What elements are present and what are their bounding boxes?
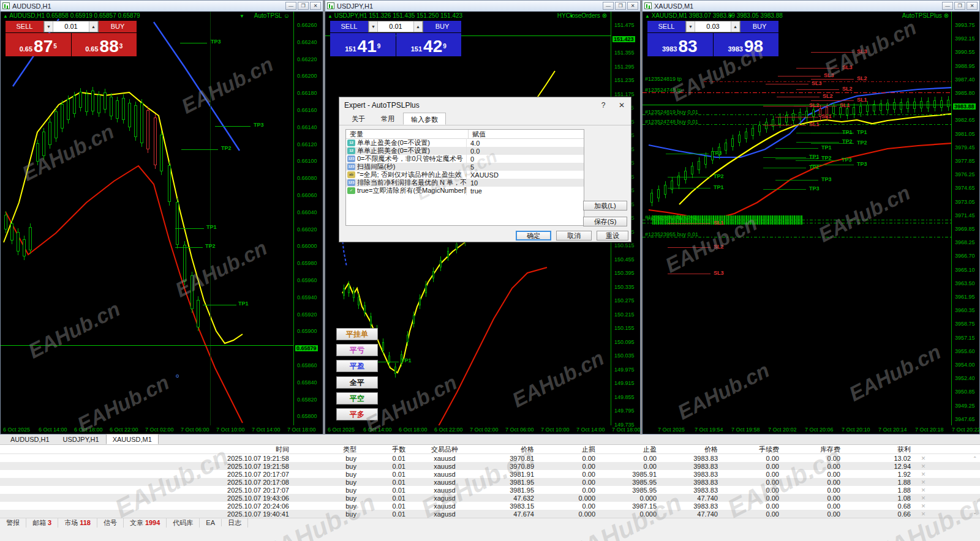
param-row[interactable]: ✓true=立即清除所有(受MagicNumber限制)?..true [346, 187, 584, 195]
time-axis[interactable]: 7 Oct 20257 Oct 19:547 Oct 19:587 Oct 20… [643, 425, 979, 434]
close-icon[interactable]: ✕ [967, 2, 978, 10]
buy-button[interactable]: BUY [741, 21, 778, 32]
column-header[interactable]: 价格 [662, 445, 723, 454]
status-item-EA[interactable]: EA [200, 519, 222, 526]
minimize-icon[interactable]: — [942, 2, 953, 10]
column-header[interactable]: 库存费 [784, 445, 845, 454]
close-icon[interactable]: ✕ [627, 2, 638, 10]
close-order-icon[interactable]: ✕ [916, 503, 931, 509]
status-item-信号[interactable]: 信号 [97, 518, 124, 528]
close-order-icon[interactable]: ✕ [916, 487, 931, 493]
volume-value[interactable]: 0.03 [695, 21, 731, 32]
close-icon[interactable]: ✕ [612, 101, 631, 110]
column-header[interactable]: 手数 [361, 445, 410, 454]
close-orders-button[interactable]: 平空 [336, 392, 378, 405]
column-header[interactable]: 止损 [539, 445, 600, 454]
time-axis[interactable]: 6 Oct 20256 Oct 14:006 Oct 18:006 Oct 22… [1, 425, 323, 434]
table-row[interactable]: 2025.10.07 20:17:08buy0.01xauusd3981.950… [0, 478, 980, 486]
buy-price[interactable]: 151429 [396, 33, 462, 56]
restore-icon[interactable]: ❐ [615, 2, 626, 10]
param-value[interactable]: 10 [467, 179, 478, 187]
save-button[interactable]: 保存(S) [583, 217, 627, 226]
scroll-up-icon[interactable]: ⌃ [973, 456, 977, 461]
dialog-tab-0[interactable]: 关于 [344, 113, 372, 125]
column-header[interactable]: 价格 [484, 445, 539, 454]
status-item-邮箱[interactable]: 邮箱3 [26, 518, 58, 528]
close-order-icon[interactable]: ✕ [916, 471, 931, 477]
param-value[interactable]: true [467, 187, 482, 195]
dialog-tab-1[interactable]: 常用 [374, 113, 402, 125]
column-header[interactable]: 手续费 [723, 445, 784, 454]
close-orders-button[interactable]: 平亏 [336, 344, 378, 356]
time-axis[interactable]: 6 Oct 20256 Oct 14:006 Oct 18:006 Oct 22… [325, 425, 640, 434]
reset-button[interactable]: 重设 [597, 231, 628, 241]
scroll-down-icon[interactable]: ⌄ [973, 510, 977, 515]
table-row[interactable]: 2025.10.07 19:43:06buy0.01xagusd47.6320.… [0, 494, 980, 502]
dialog-titlebar[interactable]: Expert - AutoTPSLPlus ? ✕ [339, 97, 631, 113]
restore-icon[interactable]: ❐ [954, 2, 965, 10]
chart-area[interactable]: ▲ AUDUSD,H1 0.65858 0.65919 0.65857 0.65… [1, 12, 323, 434]
column-header[interactable]: 止盈 [600, 445, 662, 454]
window-titlebar[interactable]: XAUUSD,M1 — ❐ ✕ [643, 1, 979, 12]
close-orders-button[interactable]: 平盈 [336, 360, 378, 372]
price-scale[interactable]: 0.662600.662400.662200.662000.661800.661… [295, 12, 323, 425]
plot-area[interactable]: #123524819 tp#123524748 tp#123524819 buy… [643, 12, 952, 425]
buy-button[interactable]: BUY [423, 21, 461, 32]
buy-button[interactable]: BUY [99, 21, 137, 32]
volume-stepper[interactable]: ▼ 0.01 ▲ [43, 21, 99, 32]
chart-tab-usdjpy-h1[interactable]: USDJPY,H1 [56, 434, 106, 444]
close-orders-button[interactable]: 平多 [336, 408, 378, 420]
param-value[interactable]: 5 [467, 163, 474, 171]
volume-down-icon[interactable]: ▼ [44, 21, 53, 32]
close-order-icon[interactable]: ✕ [916, 463, 931, 469]
param-value[interactable]: 0 [467, 155, 474, 163]
dialog-tab-2[interactable]: 输入参数 [403, 113, 446, 125]
help-icon[interactable]: ? [594, 101, 612, 110]
param-value[interactable]: 4.0 [467, 140, 480, 147]
table-row[interactable]: 2025.10.07 19:21:58buy0.01xauusd3970.810… [0, 454, 980, 462]
window-titlebar[interactable]: AUDUSD,H1 — ❐ ✕ [1, 1, 323, 12]
param-value[interactable]: XAUUSD [467, 171, 499, 179]
chart-area[interactable]: ▲ XAUUSD,M1 3983.07 3983.89 3983.05 3983… [643, 12, 979, 434]
load-button[interactable]: 加载(L) [583, 201, 627, 211]
table-row[interactable]: 2025.10.07 19:40:41buy0.01xagusd47.6740.… [0, 510, 980, 518]
close-orders-button[interactable]: 平挂单 [336, 328, 378, 340]
volume-value[interactable]: 0.01 [53, 21, 89, 32]
status-item-日志[interactable]: 日志 [222, 518, 248, 528]
chart-tab-xauusd-m1[interactable]: XAUUSD,M1 [106, 434, 159, 444]
volume-down-icon[interactable]: ▼ [686, 21, 695, 32]
plot-area[interactable]: TP3TP3TP2TP1TP2TP1▼o [1, 12, 294, 425]
sell-button[interactable]: SELL [6, 21, 43, 32]
volume-value[interactable]: 0.01 [378, 21, 413, 32]
table-row[interactable]: 2025.10.07 20:17:07buy0.01xauusd3981.910… [0, 470, 980, 478]
column-header[interactable]: 交易品种 [410, 445, 484, 454]
volume-up-icon[interactable]: ▲ [413, 21, 423, 32]
sell-price[interactable]: 398383 [647, 33, 713, 56]
status-item-代码库[interactable]: 代码库 [167, 518, 200, 528]
sell-price[interactable]: 0.65875 [6, 33, 71, 56]
sell-button[interactable]: SELL [647, 21, 685, 32]
volume-stepper[interactable]: ▼ 0.01 ▲ [368, 21, 423, 32]
restore-icon[interactable]: ❐ [298, 2, 309, 10]
ok-button[interactable]: 确定 [516, 231, 551, 241]
close-order-icon[interactable]: ✕ [916, 455, 931, 461]
cancel-button[interactable]: 取消 [556, 231, 592, 241]
volume-down-icon[interactable]: ▼ [369, 21, 378, 32]
minimize-icon[interactable]: — [285, 2, 296, 10]
close-orders-button[interactable]: 全平 [336, 376, 378, 389]
column-header[interactable]: 获利 [845, 445, 916, 454]
sell-button[interactable]: SELL [330, 21, 368, 32]
close-icon[interactable]: ✕ [310, 2, 321, 10]
price-scale[interactable]: 3993.753992.153990.553988.953987.403985.… [952, 12, 979, 425]
minimize-icon[interactable]: — [603, 2, 614, 10]
column-header[interactable]: 类型 [294, 445, 361, 454]
buy-price[interactable]: 398398 [714, 33, 779, 56]
volume-up-icon[interactable]: ▲ [89, 21, 98, 32]
table-row[interactable]: 2025.10.07 20:24:06buy0.01xauusd3983.150… [0, 502, 980, 510]
status-item-文章[interactable]: 文章1994 [124, 518, 167, 528]
status-item-警报[interactable]: 警报 [0, 518, 26, 528]
close-order-icon[interactable]: ✕ [916, 479, 931, 485]
volume-up-icon[interactable]: ▲ [731, 21, 740, 32]
close-order-icon[interactable]: ✕ [916, 495, 931, 501]
volume-stepper[interactable]: ▼ 0.03 ▲ [685, 21, 741, 32]
